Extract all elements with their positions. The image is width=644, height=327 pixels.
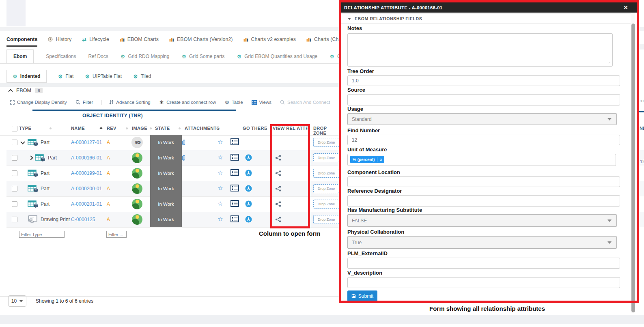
go-there-icon[interactable] [245, 154, 252, 161]
tab-charts-v2-examples[interactable]: Charts v2 examples [243, 37, 296, 42]
row-checkbox[interactable] [12, 186, 17, 191]
table-button[interactable]: ⚙ Table [224, 100, 243, 105]
header-type[interactable]: TYPE [19, 126, 31, 131]
table-row[interactable]: Part A-0000199-01 A In Work ☆ [6, 166, 339, 181]
share-icon[interactable] [275, 201, 281, 207]
header-rev[interactable]: REV [107, 126, 116, 131]
remove-tag-icon[interactable]: x [380, 157, 382, 161]
table-row[interactable]: Drawing Print C-0000125 A In Work ☆ [6, 212, 339, 228]
star-icon[interactable]: ☆ [218, 138, 223, 146]
details-list-icon[interactable] [230, 215, 239, 222]
share-icon[interactable] [275, 170, 281, 176]
component-location-input[interactable] [347, 176, 620, 187]
drop-zone[interactable]: Drop Zone [313, 153, 339, 162]
tab-ebom-charts[interactable]: EBOM Charts [120, 37, 159, 42]
details-list-icon[interactable] [230, 185, 239, 191]
tab-lifecycle[interactable]: ⇄ Lifecycle [82, 37, 109, 43]
table-row[interactable]: Part A-0000200-01 A In Work ☆ [6, 181, 339, 197]
tab-components[interactable]: Components [6, 37, 37, 42]
thumbnail-image[interactable] [132, 153, 142, 163]
name-link[interactable]: A-0000201-01 [71, 201, 102, 207]
drop-zone[interactable]: Drop Zone [313, 169, 339, 178]
sort-asc-icon[interactable] [99, 127, 103, 129]
drop-zone[interactable]: Drop Zone [313, 138, 339, 147]
reference-designator-input[interactable] [347, 195, 620, 207]
tab-indented[interactable]: ⚙Indented [6, 70, 47, 83]
name-link[interactable]: A-0000199-01 [71, 170, 102, 176]
row-checkbox[interactable] [12, 217, 17, 222]
v-description-input[interactable] [347, 277, 620, 288]
views-button[interactable]: Views [252, 100, 271, 105]
collapse-section-icon[interactable] [8, 89, 13, 93]
star-icon[interactable]: ☆ [218, 185, 223, 192]
drop-zone[interactable]: Drop Zone [313, 200, 339, 209]
tab-ebom-charts-v2[interactable]: EBOM Charts (Version2) [169, 37, 233, 42]
tab-uiptable-flat[interactable]: ⚙UIPTable Flat [85, 73, 122, 79]
row-checkbox[interactable] [12, 201, 17, 207]
share-icon[interactable] [275, 155, 281, 161]
chevron-right-icon[interactable] [28, 155, 33, 160]
source-input[interactable] [347, 94, 620, 105]
details-list-icon[interactable] [230, 169, 239, 176]
select-all-checkbox[interactable] [12, 126, 17, 131]
sort-icon[interactable] [126, 127, 128, 129]
thumbnail-image[interactable] [132, 168, 142, 179]
tree-order-input[interactable] [347, 75, 620, 86]
usage-select[interactable]: Standard [347, 113, 617, 125]
sort-icon[interactable] [179, 127, 181, 129]
tab-grid-ebom-quantities[interactable]: ⚙Grid EBOM Quantities and Usage [237, 54, 317, 59]
tab-tiled[interactable]: ⚙Tiled [133, 73, 151, 79]
thumbnail-image[interactable] [132, 199, 142, 209]
drop-zone[interactable]: Drop Zone [313, 184, 339, 193]
header-drop-zone[interactable]: DROP ZONE [313, 126, 339, 136]
has-mfg-substitute-select[interactable]: FALSE [347, 214, 617, 227]
go-there-icon[interactable] [245, 185, 252, 192]
thumbnail-image[interactable] [132, 214, 142, 225]
advance-sorting-button[interactable]: Advance Sorting [101, 100, 150, 105]
table-row[interactable]: Part A-0000166-01 A In Work ☆ [6, 150, 339, 166]
star-icon[interactable]: ☆ [218, 169, 223, 176]
sort-icon[interactable] [50, 127, 52, 129]
chevron-down-icon[interactable] [20, 140, 25, 144]
name-link[interactable]: A-0000127-01 [71, 140, 102, 145]
star-icon[interactable]: ☆ [218, 200, 223, 207]
tab-grid-rdo-mapping[interactable]: ⚙Grid RDO Mapping [121, 54, 170, 59]
filter-type-input[interactable] [19, 231, 65, 238]
row-checkbox[interactable] [12, 140, 17, 145]
thumbnail-gears[interactable]: ⚙⚙ [131, 137, 143, 148]
tab-history[interactable]: History [48, 37, 71, 42]
attachment-icon[interactable] [181, 139, 186, 146]
sort-icon[interactable] [264, 127, 266, 129]
share-icon[interactable] [275, 186, 281, 191]
header-attachments[interactable]: ATTACHMENTS [185, 126, 220, 131]
resize-handle[interactable] [607, 60, 610, 64]
submit-button[interactable]: Submit [347, 290, 377, 301]
create-and-connect-row-button[interactable]: ∗ Create and connect row [159, 100, 216, 105]
table-row[interactable]: Part A-0000201-01 A In Work ☆ [6, 196, 339, 212]
details-list-icon[interactable] [230, 154, 239, 161]
sort-icon[interactable] [307, 127, 309, 129]
sort-icon[interactable] [150, 127, 152, 129]
section-header[interactable]: EBOM RELATIONSHIP FIELDS [348, 16, 422, 21]
go-there-icon[interactable] [245, 170, 252, 176]
star-icon[interactable]: ☆ [218, 215, 223, 223]
sort-icon[interactable] [216, 127, 218, 129]
tab-ebom[interactable]: Ebom [6, 49, 34, 63]
share-icon[interactable] [275, 217, 281, 222]
attachment-icon[interactable] [181, 155, 186, 161]
uom-field[interactable]: % (percent) x [347, 154, 616, 166]
table-row[interactable]: Part A-0000127-01 A ⚙⚙ In Work ☆ [6, 135, 339, 151]
name-link[interactable]: A-0000200-01 [71, 186, 102, 191]
details-list-icon[interactable] [230, 138, 239, 145]
plm-externalid-input[interactable] [347, 258, 620, 269]
star-icon[interactable]: ☆ [218, 154, 223, 161]
page-size-select[interactable]: 10 [8, 295, 26, 307]
thumbnail-image[interactable] [132, 183, 142, 194]
name-link[interactable]: C-0000125 [71, 217, 95, 222]
panel-scrollbar-thumb[interactable] [631, 24, 635, 312]
search-and-connect-button[interactable]: Search And Connect [280, 100, 330, 105]
row-checkbox[interactable] [12, 155, 17, 161]
notes-textarea[interactable] [347, 33, 613, 67]
tab-specifications[interactable]: Specifications [46, 54, 76, 59]
tab-flat[interactable]: ⚙Flat [58, 73, 74, 79]
